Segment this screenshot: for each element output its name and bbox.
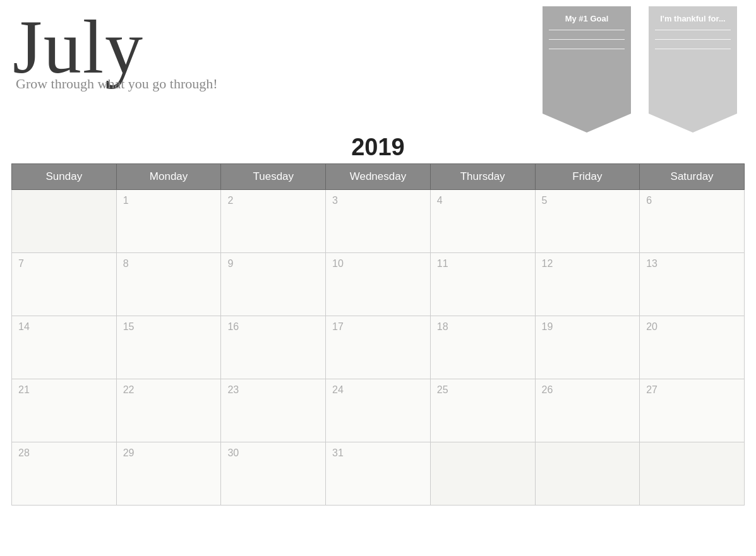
calendar-cell[interactable]: 7 bbox=[12, 253, 117, 316]
day-number: 2 bbox=[227, 195, 233, 206]
thankful-line-1 bbox=[655, 30, 731, 30]
day-number: 23 bbox=[227, 384, 239, 395]
day-number: 9 bbox=[227, 258, 233, 269]
calendar-cell[interactable]: 22 bbox=[116, 379, 221, 442]
calendar-cell[interactable] bbox=[640, 442, 745, 506]
day-number: 22 bbox=[123, 384, 135, 395]
widgets-area: My #1 Goal I'm thankful for... bbox=[536, 6, 743, 133]
thankful-line-3 bbox=[655, 49, 731, 49]
page: July Grow through what you go through! M… bbox=[0, 0, 756, 556]
year-area: 2019 bbox=[0, 133, 756, 163]
calendar-week-0: 123456 bbox=[12, 190, 745, 253]
calendar-cell[interactable]: 8 bbox=[116, 253, 221, 316]
day-number: 19 bbox=[542, 321, 553, 332]
calendar-cell[interactable]: 23 bbox=[221, 379, 326, 442]
col-saturday: Saturday bbox=[640, 164, 745, 190]
goal-line-2 bbox=[549, 39, 625, 40]
calendar-week-2: 14151617181920 bbox=[12, 316, 745, 379]
title-area: July Grow through what you go through! bbox=[13, 6, 218, 92]
col-thursday: Thursday bbox=[430, 164, 535, 190]
calendar-cell[interactable]: 28 bbox=[12, 442, 117, 506]
calendar-cell[interactable]: 19 bbox=[535, 316, 640, 379]
day-number: 30 bbox=[227, 447, 239, 458]
goal-label: My #1 Goal bbox=[565, 14, 609, 23]
calendar-cell[interactable]: 6 bbox=[640, 190, 745, 253]
calendar-cell[interactable]: 20 bbox=[640, 316, 745, 379]
day-number: 21 bbox=[18, 384, 30, 395]
calendar-cell[interactable]: 25 bbox=[430, 379, 535, 442]
calendar-cell[interactable]: 11 bbox=[430, 253, 535, 316]
calendar-cell[interactable]: 26 bbox=[535, 379, 640, 442]
day-number: 1 bbox=[123, 195, 129, 206]
day-number: 3 bbox=[332, 195, 338, 206]
day-number: 31 bbox=[332, 447, 344, 458]
thankful-widget: I'm thankful for... bbox=[642, 6, 743, 133]
calendar-cell[interactable]: 10 bbox=[326, 253, 431, 316]
calendar-cell[interactable]: 2 bbox=[221, 190, 326, 253]
day-number: 8 bbox=[123, 258, 129, 269]
calendar-cell[interactable]: 16 bbox=[221, 316, 326, 379]
day-number: 7 bbox=[18, 258, 24, 269]
day-number: 6 bbox=[646, 195, 652, 206]
day-number: 20 bbox=[646, 321, 657, 332]
calendar-cell[interactable] bbox=[430, 442, 535, 506]
subtitle: Grow through what you go through! bbox=[16, 76, 218, 92]
day-number: 13 bbox=[646, 258, 657, 269]
day-number: 16 bbox=[227, 321, 239, 332]
calendar-cell[interactable]: 14 bbox=[12, 316, 117, 379]
calendar-table: Sunday Monday Tuesday Wednesday Thursday… bbox=[11, 163, 745, 506]
calendar-cell[interactable]: 3 bbox=[326, 190, 431, 253]
header-row: Sunday Monday Tuesday Wednesday Thursday… bbox=[12, 164, 745, 190]
calendar-cell[interactable]: 4 bbox=[430, 190, 535, 253]
day-number: 10 bbox=[332, 258, 344, 269]
col-friday: Friday bbox=[535, 164, 640, 190]
calendar-header: Sunday Monday Tuesday Wednesday Thursday… bbox=[12, 164, 745, 190]
calendar-cell[interactable]: 21 bbox=[12, 379, 117, 442]
calendar-week-3: 21222324252627 bbox=[12, 379, 745, 442]
calendar-cell[interactable]: 29 bbox=[116, 442, 221, 506]
calendar-week-4: 28293031 bbox=[12, 442, 745, 506]
col-monday: Monday bbox=[116, 164, 221, 190]
year-label: 2019 bbox=[351, 134, 405, 160]
day-number: 27 bbox=[646, 384, 657, 395]
day-number: 17 bbox=[332, 321, 344, 332]
day-number: 24 bbox=[332, 384, 344, 395]
day-number: 11 bbox=[437, 258, 448, 269]
calendar-body: 1234567891011121314151617181920212223242… bbox=[12, 190, 745, 506]
calendar-cell[interactable] bbox=[535, 442, 640, 506]
goal-line-3 bbox=[549, 49, 625, 49]
day-number: 14 bbox=[18, 321, 30, 332]
day-number: 4 bbox=[437, 195, 443, 206]
day-number: 25 bbox=[437, 384, 448, 395]
calendar-cell[interactable]: 1 bbox=[116, 190, 221, 253]
calendar-cell[interactable]: 30 bbox=[221, 442, 326, 506]
calendar-cell[interactable]: 31 bbox=[326, 442, 431, 506]
calendar-cell[interactable]: 17 bbox=[326, 316, 431, 379]
calendar-cell[interactable] bbox=[12, 190, 117, 253]
calendar-container: Sunday Monday Tuesday Wednesday Thursday… bbox=[0, 163, 756, 512]
calendar-cell[interactable]: 13 bbox=[640, 253, 745, 316]
calendar-cell[interactable]: 5 bbox=[535, 190, 640, 253]
col-tuesday: Tuesday bbox=[221, 164, 326, 190]
calendar-cell[interactable]: 18 bbox=[430, 316, 535, 379]
day-number: 18 bbox=[437, 321, 448, 332]
day-number: 29 bbox=[123, 447, 135, 458]
thankful-line-2 bbox=[655, 39, 731, 40]
goal-widget: My #1 Goal bbox=[536, 6, 637, 133]
day-number: 28 bbox=[18, 447, 30, 458]
header: July Grow through what you go through! M… bbox=[0, 0, 756, 133]
goal-line-1 bbox=[549, 30, 625, 30]
day-number: 12 bbox=[542, 258, 553, 269]
goal-bookmark: My #1 Goal bbox=[543, 6, 631, 133]
col-wednesday: Wednesday bbox=[326, 164, 431, 190]
calendar-cell[interactable]: 27 bbox=[640, 379, 745, 442]
calendar-cell[interactable]: 24 bbox=[326, 379, 431, 442]
calendar-cell[interactable]: 12 bbox=[535, 253, 640, 316]
calendar-cell[interactable]: 15 bbox=[116, 316, 221, 379]
day-number: 15 bbox=[123, 321, 135, 332]
thankful-bookmark: I'm thankful for... bbox=[649, 6, 737, 133]
day-number: 26 bbox=[542, 384, 553, 395]
calendar-week-1: 78910111213 bbox=[12, 253, 745, 316]
day-number: 5 bbox=[542, 195, 548, 206]
calendar-cell[interactable]: 9 bbox=[221, 253, 326, 316]
